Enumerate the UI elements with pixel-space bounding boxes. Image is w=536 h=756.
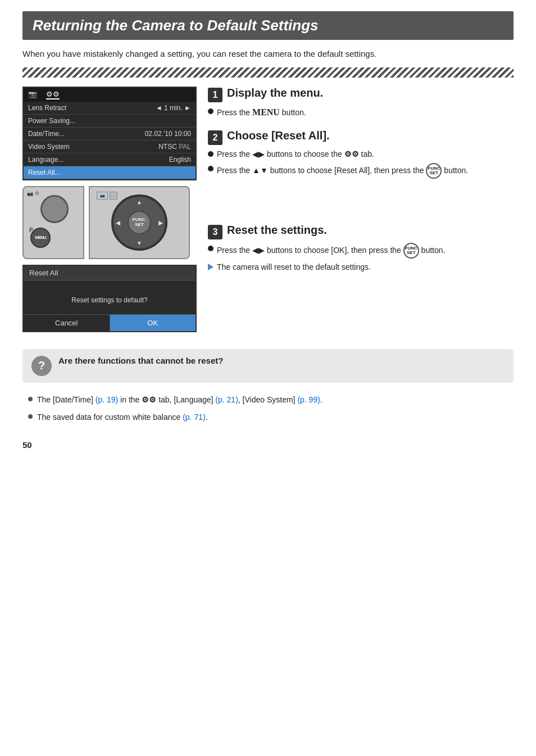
menu-row-reset: Reset All... [24, 166, 196, 179]
note-bullet-2 [28, 414, 33, 419]
step-1-title: Display the menu. [227, 87, 323, 99]
step-2-text-1: Press the ◀▶ buttons to choose the ⚙⚙ ta… [217, 148, 374, 160]
step-2-text-2: Press the ▲▼ buttons to choose [Reset Al… [217, 163, 468, 179]
step-2: 2 Choose [Reset All]. Press the ◀▶ butto… [208, 129, 514, 179]
menu-row-power: Power Saving... [24, 115, 196, 128]
step-1-body: Press the MENU button. [208, 106, 514, 119]
step-2-number: 2 [208, 130, 222, 145]
info-box-content: Are there functions that cannot be reset… [58, 356, 223, 365]
step-2-title: Choose [Reset All]. [227, 129, 330, 142]
camera-menu-screen: 📷 ⚙⚙ Lens Retract ◄ 1 min. ► Power Savin… [22, 87, 197, 180]
camera-tab-settings: ⚙⚙ [46, 90, 60, 99]
menu-label-lens: Lens Retract [28, 104, 66, 112]
menu-value-lens: ◄ 1 min. ► [156, 104, 191, 112]
step-1-number: 1 [208, 88, 222, 102]
menu-label-datetime: Date/Time... [28, 130, 65, 138]
page-number: 50 [22, 440, 514, 450]
note-2: The saved data for custom white balance … [28, 411, 508, 423]
notes-section: The [Date/Time] (p. 19) in the ⚙⚙ tab, [… [22, 394, 514, 423]
camera-tab-photo: 📷 [28, 90, 37, 99]
bullet-icon [208, 108, 214, 114]
bullet-icon [208, 166, 214, 171]
left-column: 📷 ⚙⚙ Lens Retract ◄ 1 min. ► Power Savin… [22, 87, 197, 338]
step-1: 1 Display the menu. Press the MENU butto… [208, 87, 514, 119]
func-set-center: FUNC.SET [128, 211, 151, 234]
dialog-title: Reset All [24, 266, 196, 280]
menu-value-language: English [169, 156, 191, 164]
step-1-text-1: Press the MENU button. [217, 106, 306, 119]
intro-text: When you have mistakenly changed a setti… [22, 48, 514, 61]
dialog-body: Reset settings to default? [24, 280, 196, 314]
note-1-text: The [Date/Time] (p. 19) in the ⚙⚙ tab, [… [37, 394, 322, 406]
step-3-number: 3 [208, 225, 222, 239]
step-3-header: 3 Reset the settings. [208, 224, 514, 239]
step-2-bullet-2: Press the ▲▼ buttons to choose [Reset Al… [208, 163, 514, 179]
down-arrow: ▼ [137, 240, 142, 246]
menu-row-language: Language... English [24, 153, 196, 166]
screen-tabs: 📷 ⚙⚙ [24, 88, 196, 102]
step-2-body: Press the ◀▶ buttons to choose the ⚙⚙ ta… [208, 148, 514, 179]
ok-button[interactable]: OK [110, 315, 196, 331]
camera-body-right: 📷 ▲ ▼ ◀ ▶ FUNC.SET [89, 186, 190, 259]
camera-body-area: MENU 📷 ⚙ P. 📷 ▲ ▼ [22, 186, 197, 259]
menu-value-video: NTSC PAL [158, 143, 191, 151]
note-2-text: The saved data for custom white balance … [37, 411, 208, 423]
left-arrow: ◀ [116, 219, 120, 225]
step-3-bullet-2: The camera will reset to the default set… [208, 261, 514, 273]
main-content: 📷 ⚙⚙ Lens Retract ◄ 1 min. ► Power Savin… [22, 87, 514, 338]
menu-row-lens: Lens Retract ◄ 1 min. ► [24, 102, 196, 115]
camera-lens [40, 195, 69, 223]
triangle-icon [208, 264, 214, 270]
page-title: Returning the Camera to Default Settings [22, 11, 514, 40]
dialog-buttons: Cancel OK [24, 314, 196, 331]
camera-body-left: MENU 📷 ⚙ P. [22, 186, 84, 259]
menu-value-datetime: 02.02.'10 10:00 [145, 130, 191, 138]
note-1: The [Date/Time] (p. 19) in the ⚙⚙ tab, [… [28, 394, 508, 406]
menu-label-reset: Reset All... [28, 169, 60, 176]
up-arrow: ▲ [137, 199, 142, 205]
info-box-title: Are there functions that cannot be reset… [58, 356, 223, 365]
func-set-wheel: ▲ ▼ ◀ ▶ FUNC.SET [111, 194, 167, 251]
info-box: ? Are there functions that cannot be res… [22, 349, 514, 383]
question-icon: ? [31, 356, 52, 376]
step-3-body: Press the ◀▶ buttons to choose [OK], the… [208, 243, 514, 273]
note-bullet-1 [28, 397, 33, 401]
reset-dialog: Reset All Reset settings to default? Can… [22, 265, 197, 332]
step-3-text-1: Press the ◀▶ buttons to choose [OK], the… [217, 243, 445, 259]
menu-row-video: Video System NTSC PAL [24, 141, 196, 153]
menu-label-video: Video System [28, 143, 70, 151]
cancel-button[interactable]: Cancel [24, 315, 110, 331]
right-arrow: ▶ [158, 219, 163, 225]
step-3-spacer: 3 Reset the settings. Press the ◀▶ butto… [208, 224, 514, 273]
bullet-icon [208, 246, 214, 251]
step-3-text-2: The camera will reset to the default set… [217, 261, 371, 273]
step-1-header: 1 Display the menu. [208, 87, 514, 102]
step-2-header: 2 Choose [Reset All]. [208, 129, 514, 145]
menu-row-datetime: Date/Time... 02.02.'10 10:00 [24, 128, 196, 141]
step-3-title: Reset the settings. [227, 224, 327, 237]
right-column: 1 Display the menu. Press the MENU butto… [208, 87, 514, 338]
step-2-bullet-1: Press the ◀▶ buttons to choose the ⚙⚙ ta… [208, 148, 514, 160]
step-3: 3 Reset the settings. Press the ◀▶ butto… [208, 224, 514, 273]
step-1-bullet-1: Press the MENU button. [208, 106, 514, 119]
stripe-divider [22, 67, 514, 78]
menu-label-language: Language... [28, 156, 63, 164]
step-3-bullet-1: Press the ◀▶ buttons to choose [OK], the… [208, 243, 514, 259]
bullet-icon [208, 151, 214, 157]
menu-label-power: Power Saving... [28, 117, 75, 125]
